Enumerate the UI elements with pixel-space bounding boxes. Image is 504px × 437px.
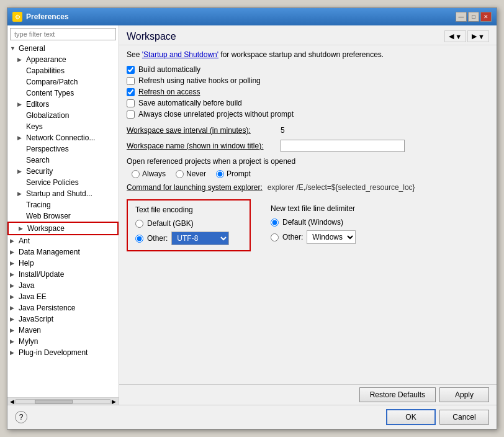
action-bar: Restore Defaults Apply bbox=[119, 384, 497, 405]
sidebar-item-java[interactable]: ▶ Java bbox=[7, 280, 119, 291]
sidebar-item-compare-patch[interactable]: Compare/Patch bbox=[7, 76, 119, 88]
open-projects-label: Open referenced projects when a project … bbox=[127, 157, 489, 166]
open-projects-radio-row: Always Never Prompt bbox=[132, 169, 489, 178]
arrow-icon: ▶ bbox=[10, 305, 17, 311]
close-button[interactable]: ✕ bbox=[480, 12, 492, 22]
text-file-encoding-box: Text file encoding Default (GBK) Other: … bbox=[127, 199, 251, 251]
refresh-access-row: Refresh on access bbox=[127, 88, 489, 96]
scrollbar[interactable]: ◀ ▶ bbox=[7, 397, 119, 405]
tree-label: Capabilities bbox=[26, 66, 65, 75]
sidebar-item-capabilities[interactable]: Capabilities bbox=[7, 65, 119, 76]
other-utf8-radio[interactable] bbox=[135, 235, 143, 243]
link-prefix: See bbox=[127, 50, 142, 59]
filter-input[interactable] bbox=[10, 28, 116, 40]
build-auto-checkbox[interactable] bbox=[127, 66, 135, 74]
sidebar-item-java-ee[interactable]: ▶ Java EE bbox=[7, 291, 119, 302]
sidebar-item-security[interactable]: ▶ Security bbox=[7, 166, 119, 177]
delimiter-select[interactable]: Windows Unix Mac bbox=[307, 230, 356, 244]
text-file-encoding-options: Default (GBK) Other: UTF-8 UTF-16 ISO-88… bbox=[135, 219, 242, 245]
nav-forward-button[interactable]: ▶ ▼ bbox=[467, 30, 489, 42]
sidebar-item-startup-shutdown[interactable]: ▶ Startup and Shutd... bbox=[7, 188, 119, 199]
sidebar-item-keys[interactable]: Keys bbox=[7, 121, 119, 132]
panel-title: Workspace bbox=[127, 31, 176, 42]
other-utf8-label: Other: bbox=[147, 234, 168, 243]
sidebar-item-search[interactable]: Search bbox=[7, 155, 119, 166]
ok-button[interactable]: OK bbox=[386, 409, 436, 425]
scrollbar-thumb[interactable] bbox=[35, 400, 72, 403]
always-radio[interactable] bbox=[132, 170, 140, 178]
encoding-select[interactable]: UTF-8 UTF-16 ISO-8859-1 GBK bbox=[171, 232, 229, 245]
sidebar-item-service-policies[interactable]: Service Policies bbox=[7, 177, 119, 188]
sidebar-item-network-connections[interactable]: ▶ Network Connectio... bbox=[7, 132, 119, 143]
tree-label: Mylyn bbox=[19, 337, 38, 346]
tree-label: Globalization bbox=[26, 111, 69, 120]
help-button[interactable]: ? bbox=[15, 411, 27, 423]
sidebar-item-perspectives[interactable]: Perspectives bbox=[7, 143, 119, 155]
build-auto-label: Build automatically bbox=[138, 65, 200, 74]
arrow-icon: ▶ bbox=[17, 168, 25, 174]
nav-dropdown-icon2: ▼ bbox=[478, 33, 485, 40]
scrollbar-track[interactable] bbox=[16, 399, 110, 404]
sidebar-item-help[interactable]: ▶ Help bbox=[7, 258, 119, 269]
arrow-icon: ▶ bbox=[10, 238, 17, 244]
sidebar-item-globalization[interactable]: Globalization bbox=[7, 110, 119, 121]
sidebar-item-content-types[interactable]: Content Types bbox=[7, 88, 119, 99]
arrow-icon: ▶ bbox=[10, 327, 17, 333]
default-gbk-radio[interactable] bbox=[135, 220, 143, 228]
apply-button[interactable]: Apply bbox=[439, 387, 489, 402]
refresh-access-checkbox[interactable] bbox=[127, 88, 135, 96]
sidebar-item-ant[interactable]: ▶ Ant bbox=[7, 235, 119, 246]
default-windows-radio[interactable] bbox=[271, 218, 279, 227]
bottom-bar: ? OK Cancel bbox=[7, 405, 497, 429]
minimize-button[interactable]: — bbox=[456, 12, 467, 22]
sidebar-item-workspace[interactable]: ▶ Workspace bbox=[7, 222, 119, 235]
prompt-radio[interactable] bbox=[216, 170, 224, 178]
sidebar-item-data-management[interactable]: ▶ Data Management bbox=[7, 246, 119, 258]
tree-label: Maven bbox=[19, 326, 41, 335]
tree-label: General bbox=[19, 44, 45, 53]
sidebar-item-maven[interactable]: ▶ Maven bbox=[7, 325, 119, 336]
save-auto-checkbox[interactable] bbox=[127, 99, 135, 107]
save-interval-row: Workspace save interval (in minutes): 5 bbox=[127, 126, 489, 135]
build-auto-row: Build automatically bbox=[127, 65, 489, 74]
tree-container: ▼ General ▶ Appearance Capabilities Comp… bbox=[7, 43, 119, 397]
sidebar-item-tracing[interactable]: Tracing bbox=[7, 199, 119, 210]
arrow-icon: ▶ bbox=[17, 191, 25, 197]
sidebar-item-install-update[interactable]: ▶ Install/Update bbox=[7, 269, 119, 280]
sidebar-item-web-browser[interactable]: Web Browser bbox=[7, 210, 119, 222]
workspace-name-row: Workspace name (shown in window title): bbox=[127, 140, 489, 152]
sidebar-item-editors[interactable]: ▶ Editors bbox=[7, 99, 119, 110]
restore-defaults-button[interactable]: Restore Defaults bbox=[359, 387, 436, 402]
startup-shutdown-link[interactable]: 'Startup and Shutdown' bbox=[142, 50, 218, 59]
title-bar: ⚙ Preferences — □ ✕ bbox=[7, 8, 497, 25]
save-auto-row: Save automatically before build bbox=[127, 99, 489, 107]
sidebar-item-appearance[interactable]: ▶ Appearance bbox=[7, 54, 119, 65]
workspace-name-input[interactable] bbox=[281, 140, 405, 152]
save-auto-label: Save automatically before build bbox=[138, 99, 242, 107]
sidebar-item-mylyn[interactable]: ▶ Mylyn bbox=[7, 336, 119, 347]
refresh-native-checkbox[interactable] bbox=[127, 77, 135, 85]
checkbox-group: Build automatically Refresh using native… bbox=[127, 65, 489, 119]
arrow-icon: ▶ bbox=[10, 282, 17, 289]
sidebar-item-java-persistence[interactable]: ▶ Java Persistence bbox=[7, 302, 119, 313]
never-label: Never bbox=[186, 169, 206, 178]
sidebar-item-javascript[interactable]: ▶ JavaScript bbox=[7, 313, 119, 325]
maximize-button[interactable]: □ bbox=[468, 12, 479, 22]
sidebar-item-plugin-development[interactable]: ▶ Plug-in Development bbox=[7, 347, 119, 358]
arrow-icon: ▶ bbox=[10, 338, 17, 345]
default-windows-row: Default (Windows) bbox=[271, 218, 380, 227]
nav-dropdown-icon: ▼ bbox=[455, 33, 462, 40]
left-panel: ▼ General ▶ Appearance Capabilities Comp… bbox=[7, 25, 119, 405]
refresh-native-row: Refresh using native hooks or polling bbox=[127, 76, 489, 85]
link-suffix: for workspace startup and shutdown prefe… bbox=[218, 50, 384, 59]
save-interval-value: 5 bbox=[281, 126, 285, 135]
never-radio[interactable] bbox=[176, 170, 184, 178]
close-unrelated-checkbox[interactable] bbox=[127, 110, 135, 119]
sidebar-item-general[interactable]: ▼ General bbox=[7, 43, 119, 54]
tree-label: Startup and Shutd... bbox=[26, 189, 92, 198]
nav-back-button[interactable]: ◀ ▼ bbox=[444, 30, 466, 42]
other-delimiter-radio[interactable] bbox=[271, 233, 279, 241]
tree-label: Security bbox=[26, 167, 53, 176]
close-unrelated-row: Always close unrelated projects without … bbox=[127, 110, 489, 119]
cancel-button[interactable]: Cancel bbox=[439, 410, 489, 425]
